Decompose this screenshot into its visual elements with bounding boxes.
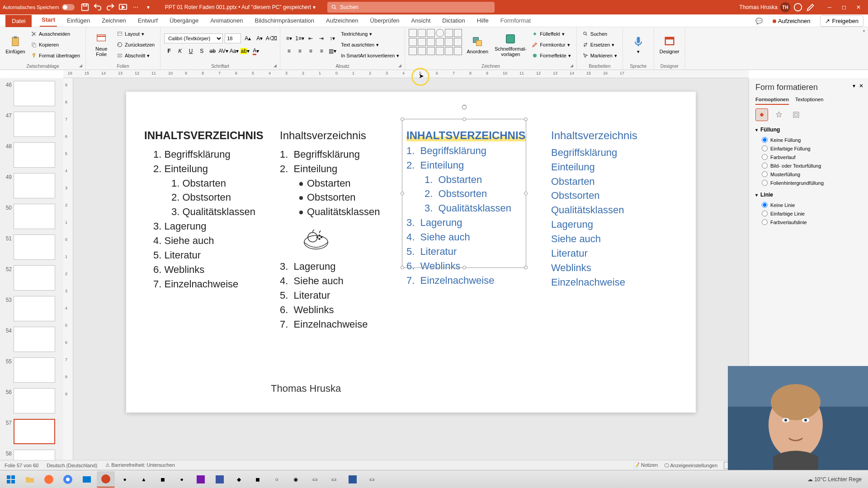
chrome-icon[interactable] — [59, 471, 77, 488]
slide-thumbnails[interactable]: 4647484950515253545556575859 — [0, 78, 63, 460]
thumb-50[interactable] — [14, 204, 55, 229]
smartart-button[interactable]: In SmartArt konvertieren ▾ — [339, 51, 401, 61]
save-icon[interactable] — [80, 2, 90, 12]
arrange-button[interactable]: Anordnen — [464, 29, 491, 61]
app-icon[interactable]: ▭ — [325, 471, 343, 488]
collapse-ribbon-icon[interactable]: ˅ — [863, 30, 865, 36]
fill-radio-2[interactable] — [762, 154, 768, 160]
resize-handle[interactable] — [401, 266, 404, 269]
align-text-button[interactable]: Text ausrichten ▾ — [339, 40, 401, 50]
tab-slideshow[interactable]: Bildschirmpräsentation — [253, 14, 316, 27]
comments-icon[interactable]: 💬 — [755, 18, 763, 24]
resize-handle[interactable] — [401, 117, 404, 121]
size-tab-icon[interactable] — [790, 108, 802, 121]
toc-col1[interactable]: INHALTSVERZEICHNIS 1. Begriffsklärung2. … — [144, 128, 262, 376]
layout-button[interactable]: Layout ▾ — [115, 29, 156, 39]
thumb-57[interactable] — [14, 419, 55, 444]
fill-radio-0[interactable] — [762, 137, 768, 143]
pen-icon[interactable] — [806, 2, 816, 12]
share-button[interactable]: ↗Freigeben — [820, 15, 863, 27]
undo-icon[interactable] — [93, 2, 103, 12]
selection-box[interactable] — [402, 119, 526, 268]
tab-record[interactable]: Aufzeichnen — [324, 14, 360, 27]
tab-file[interactable]: Datei — [5, 15, 32, 27]
slide[interactable]: INHALTSVERZEICHNIS 1. Begriffsklärung2. … — [126, 92, 696, 413]
replace-button[interactable]: Ersetzen ▾ — [580, 40, 619, 50]
word-icon[interactable] — [344, 471, 362, 488]
tab-design[interactable]: Entwurf — [136, 14, 160, 27]
search-input[interactable]: Suchen — [327, 2, 495, 13]
taskbar[interactable]: ● ▲ ◼ ● ◆ ◼ ○ ◉ ▭ ▭ ▭ ☁ 10°C Leichter Re… — [0, 470, 868, 488]
resize-handle[interactable] — [462, 117, 466, 121]
app-icon[interactable]: ▭ — [306, 471, 324, 488]
coming-soon-icon[interactable] — [793, 2, 803, 12]
shapes-gallery[interactable] — [409, 29, 462, 55]
thumb-51[interactable] — [14, 235, 55, 260]
section-button[interactable]: Abschnitt ▾ — [115, 51, 156, 61]
app-icon[interactable]: ◼ — [249, 471, 267, 488]
shape-fill-button[interactable]: Fülleffekt ▾ — [530, 29, 573, 39]
touch-icon[interactable]: ⋯ — [131, 2, 141, 12]
clear-format-icon[interactable]: A⌫ — [266, 33, 276, 43]
tab-insert[interactable]: Einfügen — [65, 14, 92, 27]
horizontal-ruler[interactable]: 1615141312111098765432101234567891011121… — [63, 70, 749, 78]
thumb-52[interactable] — [14, 265, 55, 291]
paste-button[interactable]: Einfügen — [4, 29, 27, 61]
fill-radio-4[interactable] — [762, 171, 768, 177]
find-button[interactable]: Suchen — [580, 29, 619, 39]
line-radio-1[interactable] — [762, 211, 768, 216]
redo-icon[interactable] — [105, 2, 115, 12]
pane-close-icon[interactable]: ✕ — [859, 83, 863, 89]
thumb-47[interactable] — [14, 112, 55, 137]
drawing-launcher[interactable]: ◢ — [570, 63, 576, 69]
chevron-down-icon[interactable]: ▾ — [313, 4, 316, 10]
app-icon[interactable]: ● — [173, 471, 191, 488]
slide-canvas[interactable]: INHALTSVERZEICHNIS 1. Begriffsklärung2. … — [73, 78, 749, 460]
tab-shapeformat[interactable]: Formformat — [499, 14, 533, 27]
format-painter-button[interactable]: Format übertragen — [29, 51, 82, 61]
pane-tab-text[interactable]: Textoptionen — [795, 97, 823, 105]
tab-draw[interactable]: Zeichnen — [100, 14, 127, 27]
designer-button[interactable]: Designer — [658, 29, 681, 61]
increase-font-icon[interactable]: A▴ — [243, 33, 253, 43]
vertical-ruler[interactable]: 9876543210123456789 — [63, 78, 73, 460]
thumb-54[interactable] — [14, 327, 55, 352]
close-button[interactable]: ✕ — [852, 2, 865, 13]
line-radio-2[interactable] — [762, 219, 768, 225]
bold-icon[interactable]: F — [164, 46, 174, 56]
tab-start[interactable]: Start — [40, 14, 57, 27]
firefox-icon[interactable] — [40, 471, 58, 488]
fill-line-tab-icon[interactable] — [755, 108, 768, 121]
shape-outline-button[interactable]: Formkontur ▾ — [530, 40, 573, 50]
indent-inc-icon[interactable]: ⇥ — [316, 33, 326, 43]
align-right-icon[interactable]: ≡ — [306, 46, 316, 56]
record-button[interactable]: Aufzeichnen — [768, 16, 815, 26]
resize-handle[interactable] — [401, 192, 404, 195]
user-account[interactable]: Thomas Hruska TH — [739, 2, 790, 12]
app-icon[interactable]: ◼ — [154, 471, 172, 488]
thumb-55[interactable] — [14, 357, 55, 383]
spacing-icon[interactable]: AV▾ — [218, 46, 228, 56]
autosave-toggle[interactable] — [62, 4, 75, 10]
effects-tab-icon[interactable] — [773, 108, 785, 121]
tab-review[interactable]: Überprüfen — [368, 14, 401, 27]
onenote-icon[interactable] — [192, 471, 210, 488]
explorer-icon[interactable] — [21, 471, 39, 488]
line-section-header[interactable]: Linie — [755, 192, 862, 198]
qat-more-icon[interactable]: ▾ — [143, 2, 153, 12]
thumb-56[interactable] — [14, 388, 55, 413]
font-launcher[interactable]: ◢ — [274, 63, 279, 69]
slideshow-icon[interactable] — [118, 2, 128, 12]
language-status[interactable]: Deutsch (Deutschland) — [47, 463, 97, 468]
fill-radio-1[interactable] — [762, 145, 768, 151]
app-icon[interactable]: ▲ — [135, 471, 153, 488]
accessibility-status[interactable]: ⚠ Barrierefreiheit: Untersuchen — [105, 462, 175, 468]
outlook-icon[interactable] — [78, 471, 96, 488]
resize-handle[interactable] — [524, 117, 528, 121]
tab-dictation[interactable]: Dictation — [440, 14, 467, 27]
dictate-button[interactable]: ▾ — [627, 29, 650, 61]
resize-handle[interactable] — [524, 266, 528, 269]
fill-section-header[interactable]: Füllung — [755, 127, 862, 133]
thumb-46[interactable] — [14, 81, 55, 106]
numbering-icon[interactable]: 1≡▾ — [295, 33, 305, 43]
